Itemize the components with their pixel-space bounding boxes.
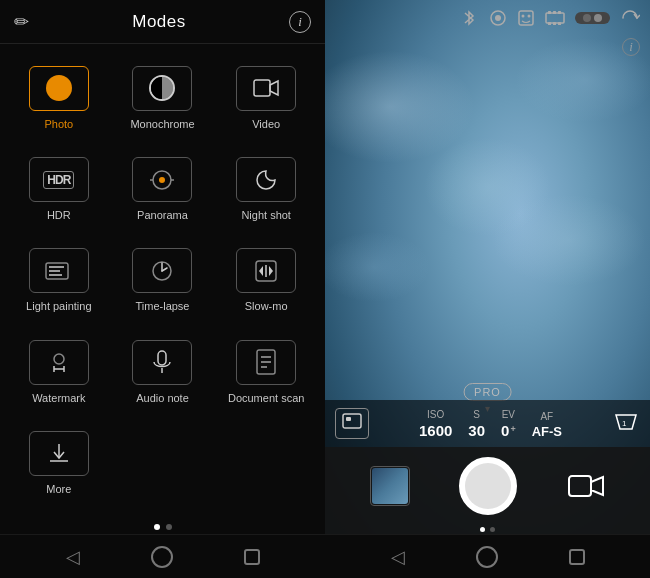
camera-bottom-controls: ISO 1600 S 30 EV 0 +	[325, 400, 650, 534]
ev-setting[interactable]: EV 0 +	[501, 409, 516, 439]
mode-monochrome-label: Monochrome	[130, 117, 194, 131]
mode-monochrome-icon-box	[132, 66, 192, 111]
camera-format-icon[interactable]	[335, 408, 369, 439]
mode-watermark-icon-box	[29, 340, 89, 385]
af-label: AF	[540, 411, 553, 422]
photo-icon	[46, 75, 72, 101]
svg-rect-41	[343, 414, 361, 428]
slowmo-icon	[253, 258, 279, 284]
documentscan-icon	[254, 348, 278, 376]
bluetooth-icon[interactable]	[461, 8, 477, 28]
af-setting[interactable]: AF AF-S	[532, 411, 562, 439]
mode-more-icon-box	[29, 431, 89, 476]
af-value: AF-S	[532, 424, 562, 439]
hdr-icon: HDR	[43, 171, 74, 189]
mode-audionote-label: Audio note	[136, 391, 189, 405]
mode-hdr-label: HDR	[47, 208, 71, 222]
recents-button-left[interactable]	[244, 549, 260, 565]
mode-nightshot[interactable]: Night shot	[217, 147, 315, 232]
svg-rect-40	[558, 22, 561, 25]
monochrome-icon	[149, 75, 175, 101]
iso-value: 1600	[419, 422, 452, 439]
panorama-icon	[146, 168, 178, 192]
svg-rect-35	[548, 11, 551, 14]
svg-rect-36	[553, 11, 556, 14]
mode-watermark-label: Watermark	[32, 391, 85, 405]
more-download-icon	[46, 440, 72, 466]
dot-1	[154, 524, 160, 530]
camera-top-icons	[325, 0, 650, 36]
hdr-toggle[interactable]	[575, 12, 610, 24]
shutter-value: 30	[468, 422, 485, 439]
rotate-icon[interactable]	[620, 9, 640, 27]
modes-title: Modes	[132, 12, 186, 32]
mode-documentscan[interactable]: Document scan	[217, 330, 315, 415]
mode-watermark[interactable]: Watermark	[10, 330, 108, 415]
back-button-left[interactable]: ◁	[66, 546, 80, 568]
circular-icon[interactable]	[489, 9, 507, 27]
video-switch-icon	[568, 472, 604, 500]
shutter-label: S	[473, 409, 480, 420]
page-dots-left	[0, 518, 325, 534]
iso-setting[interactable]: ISO 1600	[419, 409, 452, 439]
shutter-button[interactable]	[459, 457, 517, 515]
iso-label: ISO	[427, 409, 444, 420]
pro-badge: PRO	[463, 383, 512, 401]
mode-video-label: Video	[252, 117, 280, 131]
mode-nightshot-label: Night shot	[241, 208, 291, 222]
video-mode-button[interactable]	[566, 466, 606, 506]
mode-photo-icon-box	[29, 66, 89, 111]
camera-info-icon[interactable]: i	[622, 38, 640, 56]
home-button-left[interactable]	[151, 546, 173, 568]
info-icon[interactable]: i	[289, 11, 311, 33]
home-button-right[interactable]	[476, 546, 498, 568]
nav-right: ◁	[325, 546, 650, 568]
mode-more[interactable]: More	[10, 421, 108, 506]
zoom-indicator[interactable]: 1	[612, 411, 640, 437]
shutter-setting[interactable]: S 30	[468, 409, 485, 439]
film-mode-icon[interactable]	[545, 10, 565, 26]
mode-timelapse-icon-box	[132, 248, 192, 293]
svg-rect-34	[546, 13, 564, 23]
svg-marker-15	[259, 266, 263, 276]
recents-button-right[interactable]	[569, 549, 585, 565]
mode-monochrome[interactable]: Monochrome	[114, 56, 212, 141]
mode-hdr[interactable]: HDR HDR	[10, 147, 108, 232]
mode-timelapse-label: Time-lapse	[135, 299, 189, 313]
svg-point-3	[159, 177, 165, 183]
edit-icon[interactable]: ✏	[14, 11, 29, 33]
mode-documentscan-icon-box	[236, 340, 296, 385]
mode-hdr-icon-box: HDR	[29, 157, 89, 202]
mode-documentscan-label: Document scan	[228, 391, 304, 405]
gallery-thumb-image	[372, 468, 408, 504]
nav-left: ◁	[0, 546, 325, 568]
mode-nightshot-icon-box	[236, 157, 296, 202]
mode-video[interactable]: Video	[217, 56, 315, 141]
video-icon	[253, 78, 279, 98]
mode-panorama-label: Panorama	[137, 208, 188, 222]
mode-audionote-icon-box	[132, 340, 192, 385]
back-button-right[interactable]: ◁	[391, 546, 405, 568]
mode-photo[interactable]: Photo	[10, 56, 108, 141]
mode-timelapse[interactable]: Time-lapse	[114, 238, 212, 323]
mode-lightpainting-label: Light painting	[26, 299, 91, 313]
svg-rect-42	[346, 417, 351, 421]
shutter-inner	[465, 463, 511, 509]
bottom-navigation: ◁ ◁	[0, 534, 650, 578]
audionote-icon	[151, 349, 173, 375]
mode-panorama[interactable]: Panorama	[114, 147, 212, 232]
mode-audionote[interactable]: Audio note	[114, 330, 212, 415]
svg-point-30	[495, 15, 501, 21]
watermark-icon	[46, 349, 72, 375]
mode-lightpainting[interactable]: Light painting	[10, 238, 108, 323]
svg-rect-44	[569, 476, 591, 496]
lightpainting-icon	[44, 259, 74, 283]
mode-slowmo-label: Slow-mo	[245, 299, 288, 313]
mode-slowmo-icon-box	[236, 248, 296, 293]
face-detection-icon[interactable]	[517, 9, 535, 27]
mode-slowmo[interactable]: Slow-mo	[217, 238, 315, 323]
gallery-thumbnail[interactable]	[370, 466, 410, 506]
svg-rect-21	[158, 351, 166, 365]
modes-header: ✏ Modes i	[0, 0, 325, 44]
mode-panorama-icon-box	[132, 157, 192, 202]
